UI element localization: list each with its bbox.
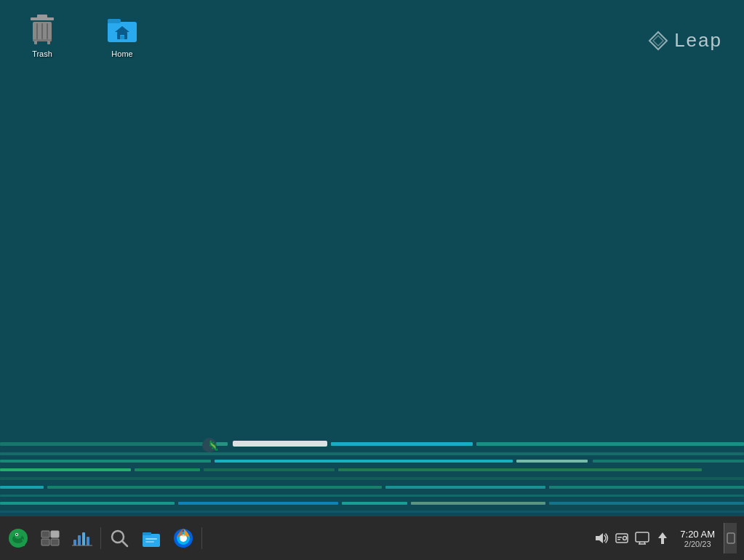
svg-line-60 [122,541,127,546]
svg-rect-63 [145,538,157,540]
svg-rect-0 [0,442,211,446]
svg-marker-43 [649,32,667,49]
svg-marker-44 [653,36,663,46]
svg-rect-24 [549,502,744,505]
activity-button[interactable] [67,523,97,553]
svg-rect-21 [178,502,338,505]
svg-rect-3 [331,442,473,446]
svg-rect-64 [145,541,154,543]
svg-rect-11 [135,468,200,471]
svg-rect-71 [617,537,622,538]
svg-rect-10 [0,468,131,471]
home-label: Home [111,49,132,58]
svg-point-49 [16,534,17,535]
svg-rect-56 [82,532,85,545]
svg-rect-22 [342,502,407,505]
svg-rect-7 [215,460,513,463]
svg-rect-9 [593,460,744,463]
svg-rect-57 [87,537,89,545]
workspace-button[interactable] [35,523,65,553]
leap-text: Leap [674,29,722,52]
app-menu-button[interactable] [3,523,33,553]
svg-rect-14 [0,477,744,480]
storage-tray-icon[interactable] [613,529,631,547]
svg-rect-69 [616,534,628,543]
svg-rect-36 [47,41,50,44]
svg-rect-35 [34,41,37,44]
svg-rect-13 [338,468,702,471]
clock-widget[interactable]: 7:20 AM 2/20/23 [674,529,721,548]
svg-rect-18 [549,486,744,489]
svg-rect-61 [143,534,160,547]
svg-point-67 [180,535,187,542]
system-tray: 7:20 AM 2/20/23 [593,523,741,553]
svg-rect-17 [385,486,545,489]
taskbar: 7:20 AM 2/20/23 [0,516,744,560]
firefox-button[interactable] [168,523,199,553]
svg-marker-68 [596,533,603,543]
decorative-lines: 🦎 [0,436,744,516]
clock-date: 2/20/23 [684,540,711,548]
svg-rect-55 [78,535,81,545]
taskbar-separator-2 [201,527,202,549]
svg-rect-62 [143,532,151,535]
svg-rect-19 [0,495,744,497]
svg-rect-23 [411,502,545,505]
file-manager-button[interactable] [136,523,167,553]
svg-rect-4 [476,442,744,446]
leap-logo: Leap [648,29,722,52]
show-desktop-button[interactable] [724,523,737,553]
trash-label: Trash [32,49,52,58]
trash-icon[interactable]: Trash [13,9,71,61]
svg-rect-51 [51,531,59,537]
svg-marker-77 [658,532,667,544]
svg-rect-2 [233,441,327,447]
svg-rect-6 [0,460,211,463]
clock-time: 7:20 AM [680,529,715,540]
svg-rect-42 [120,36,124,39]
svg-rect-72 [617,539,620,540]
home-icon-image [105,12,140,47]
taskbar-separator-1 [100,527,101,549]
home-icon[interactable]: Home [93,9,151,61]
svg-rect-25 [0,511,744,513]
svg-rect-78 [727,533,735,543]
svg-rect-8 [516,460,588,463]
leap-diamond-icon [648,31,668,51]
network-tray-icon[interactable] [654,529,671,547]
svg-rect-38 [108,19,121,23]
svg-rect-5 [0,452,744,455]
svg-rect-12 [204,468,335,471]
svg-rect-52 [41,539,49,545]
svg-rect-50 [41,531,49,537]
svg-rect-29 [37,15,47,18]
display-tray-icon[interactable] [633,529,651,547]
trash-icon-image [25,12,60,47]
svg-rect-54 [73,540,76,545]
svg-rect-16 [47,486,382,489]
svg-rect-73 [636,532,649,542]
krunner-button[interactable] [104,523,135,553]
svg-text:🦎: 🦎 [207,439,220,452]
desktop: 🦎 Trash [0,0,744,516]
svg-rect-20 [0,502,175,505]
svg-point-70 [623,537,627,540]
volume-tray-icon[interactable] [593,529,610,547]
svg-rect-53 [51,539,59,545]
svg-rect-15 [0,486,44,489]
